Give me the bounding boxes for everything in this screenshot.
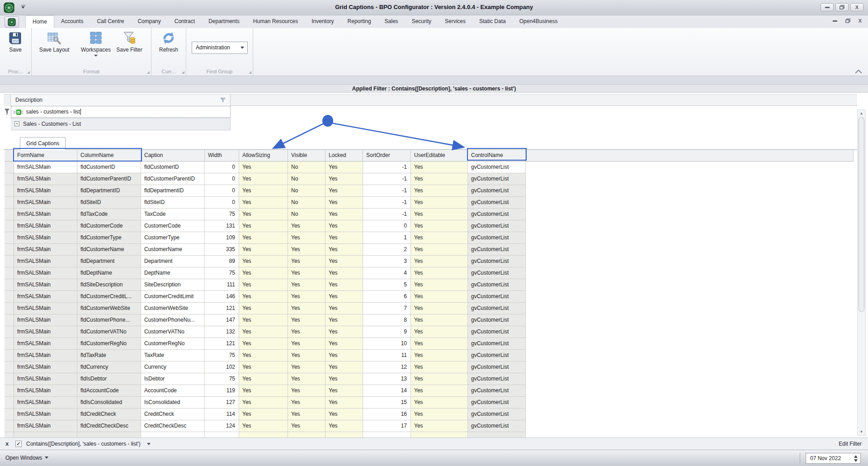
grid-cell-width[interactable]: 75 xyxy=(205,209,239,220)
grid-cell-columnname[interactable]: fldCustomerWebSite xyxy=(77,303,141,314)
grid-cell-columnname[interactable]: fldCustomerCode xyxy=(77,220,141,232)
grid-cell-allowsizing[interactable]: Yes xyxy=(239,256,288,267)
grid-cell-controlname[interactable]: gvCustomerList xyxy=(468,373,526,385)
grid-cell-sortorder[interactable]: -1 xyxy=(363,197,411,209)
grid-cell-width[interactable] xyxy=(205,432,239,437)
grid-cell-sortorder[interactable]: 5 xyxy=(363,279,411,291)
grid-cell-locked[interactable]: Yes xyxy=(326,303,363,314)
find-group-combobox[interactable]: Administration xyxy=(192,42,248,54)
grid-cell-usereditable[interactable]: Yes xyxy=(411,409,468,420)
grid-cell-columnname[interactable]: fldCustomerVATNo xyxy=(77,326,141,338)
grid-cell-sortorder[interactable]: 13 xyxy=(363,373,411,385)
grid-cell-sortorder[interactable]: 12 xyxy=(363,361,411,373)
grid-cell-formname[interactable]: frmSALSMain xyxy=(14,197,77,209)
grid-cell-sortorder[interactable]: -1 xyxy=(363,209,411,220)
grid-cell-locked[interactable]: Yes xyxy=(326,244,363,256)
grid-cell-columnname[interactable]: fldCustomerID xyxy=(77,162,141,173)
grid-row[interactable]: frmSALSMainfldDepartmentDepartment89YesY… xyxy=(0,256,857,267)
grid-cell-usereditable[interactable]: Yes xyxy=(411,173,468,185)
grid-cell-allowsizing[interactable]: Yes xyxy=(239,338,288,350)
grid-cell-formname[interactable]: frmSALSMain xyxy=(14,291,77,303)
column-header-locked[interactable]: Locked xyxy=(326,150,363,162)
grid-cell-allowsizing[interactable]: Yes xyxy=(239,361,288,373)
grid-cell-caption[interactable]: fldCustomerParentID xyxy=(141,173,205,185)
ribbon-tab-accounts[interactable]: Accounts xyxy=(54,15,90,28)
row-indicator[interactable] xyxy=(5,197,14,209)
grid-cell-usereditable[interactable]: Yes xyxy=(411,267,468,279)
row-indicator[interactable] xyxy=(5,209,14,220)
grid-cell-sortorder[interactable]: 6 xyxy=(363,291,411,303)
grid-cell-columnname[interactable]: fldCustomerName xyxy=(77,244,141,256)
grid-cell-locked[interactable]: Yes xyxy=(326,385,363,397)
column-header-visible[interactable]: Visible xyxy=(288,150,326,162)
grid-cell-formname[interactable]: frmSALSMain xyxy=(14,314,77,326)
grid-cell-formname[interactable]: frmSALSMain xyxy=(14,409,77,420)
grid-cell-caption[interactable]: Currency xyxy=(141,361,205,373)
grid-cell-locked[interactable]: Yes xyxy=(326,338,363,350)
grid-cell-visible[interactable]: Yes xyxy=(288,267,326,279)
grid-cell-caption[interactable] xyxy=(141,432,205,437)
ribbon-tab-human-resources[interactable]: Human Resources xyxy=(246,15,305,28)
row-indicator[interactable] xyxy=(5,256,14,267)
grid-cell-formname[interactable]: frmSALSMain xyxy=(14,385,77,397)
grid-cell-usereditable[interactable]: Yes xyxy=(411,338,468,350)
ribbon-tab-company[interactable]: Company xyxy=(131,15,167,28)
grid-cell-caption[interactable]: IsConsolidated xyxy=(141,397,205,409)
grid-cell-width[interactable]: 109 xyxy=(205,232,239,244)
remove-filter-button[interactable]: x xyxy=(5,440,9,447)
group-dialog-launcher-icon[interactable] xyxy=(27,71,30,74)
minimize-button[interactable] xyxy=(821,3,834,11)
grid-cell-allowsizing[interactable]: Yes xyxy=(239,397,288,409)
grid-cell-usereditable[interactable]: Yes xyxy=(411,279,468,291)
grid-cell-width[interactable]: 75 xyxy=(205,350,239,361)
grid-cell-allowsizing[interactable]: Yes xyxy=(239,314,288,326)
grid-cell-width[interactable]: 121 xyxy=(205,303,239,314)
grid-cell-usereditable[interactable]: Yes xyxy=(411,420,468,432)
ribbon-tab-contract[interactable]: Contract xyxy=(168,15,202,28)
grid-row[interactable]: frmSALSMainfldCustomerWebSiteCustomerWeb… xyxy=(0,303,857,314)
row-indicator[interactable] xyxy=(5,432,14,437)
grid-cell-usereditable[interactable]: Yes xyxy=(411,232,468,244)
ribbon-tab-home[interactable]: Home xyxy=(25,15,54,28)
grid-cell-sortorder[interactable]: -1 xyxy=(363,162,411,173)
grid-cell-visible[interactable]: Yes xyxy=(288,361,326,373)
column-header-usereditable[interactable]: UserEditable xyxy=(411,150,468,162)
grid-cell-allowsizing[interactable]: Yes xyxy=(239,185,288,197)
grid-cell-caption[interactable]: CustomerType xyxy=(141,232,205,244)
save-button[interactable]: Save xyxy=(0,30,33,53)
grid-row[interactable]: frmSALSMainfldCustomerIDfldCustomerID0Ye… xyxy=(0,162,857,173)
grid-cell-caption[interactable]: CustomerCode xyxy=(141,220,205,232)
grid-cell-formname[interactable]: frmSALSMain xyxy=(14,220,77,232)
grid-cell-visible[interactable]: Yes xyxy=(288,338,326,350)
filter-enabled-checkbox[interactable]: ✓ xyxy=(15,441,22,447)
grid-cell-caption[interactable]: TaxCode xyxy=(141,209,205,220)
row-indicator[interactable] xyxy=(5,162,14,173)
grid-cell-usereditable[interactable]: Yes xyxy=(411,291,468,303)
grid-cell-sortorder[interactable]: 9 xyxy=(363,326,411,338)
grid-cell-visible[interactable]: No xyxy=(288,209,326,220)
grid-cell-sortorder[interactable]: 15 xyxy=(363,397,411,409)
grid-cell-sortorder[interactable]: 7 xyxy=(363,303,411,314)
grid-cell-visible[interactable]: No xyxy=(288,173,326,185)
grid-cell-visible[interactable]: Yes xyxy=(288,256,326,267)
grid-cell-formname[interactable]: frmSALSMain xyxy=(14,326,77,338)
grid-cell-formname[interactable]: frmSALSMain xyxy=(14,303,77,314)
grid-row[interactable] xyxy=(0,432,857,437)
grid-cell-allowsizing[interactable]: Yes xyxy=(239,232,288,244)
grid-cell-width[interactable]: 121 xyxy=(205,338,239,350)
grid-cell-width[interactable]: 119 xyxy=(205,385,239,397)
row-indicator[interactable] xyxy=(5,350,14,361)
grid-row[interactable]: frmSALSMainfldCurrencyCurrency102YesYesY… xyxy=(0,361,857,373)
grid-row[interactable]: frmSALSMainfldIsDebtorIsDebtor75YesYesYe… xyxy=(0,373,857,385)
grid-cell-locked[interactable]: Yes xyxy=(326,162,363,173)
grid-row[interactable]: frmSALSMainfldTaxRateTaxRate75YesYesYes1… xyxy=(0,350,857,361)
column-header-allowsizing[interactable]: AllowSizing xyxy=(239,150,288,162)
scrollbar-thumb[interactable] xyxy=(859,117,864,312)
grid-cell-usereditable[interactable]: Yes xyxy=(411,385,468,397)
grid-cell-usereditable[interactable]: Yes xyxy=(411,350,468,361)
grid-cell-formname[interactable]: frmSALSMain xyxy=(14,256,77,267)
grid-cell-controlname[interactable]: gvCustomerList xyxy=(468,279,526,291)
grid-cell-usereditable[interactable]: Yes xyxy=(411,209,468,220)
grid-cell-caption[interactable]: SiteDescription xyxy=(141,279,205,291)
grid-cell-sortorder[interactable]: 17 xyxy=(363,420,411,432)
